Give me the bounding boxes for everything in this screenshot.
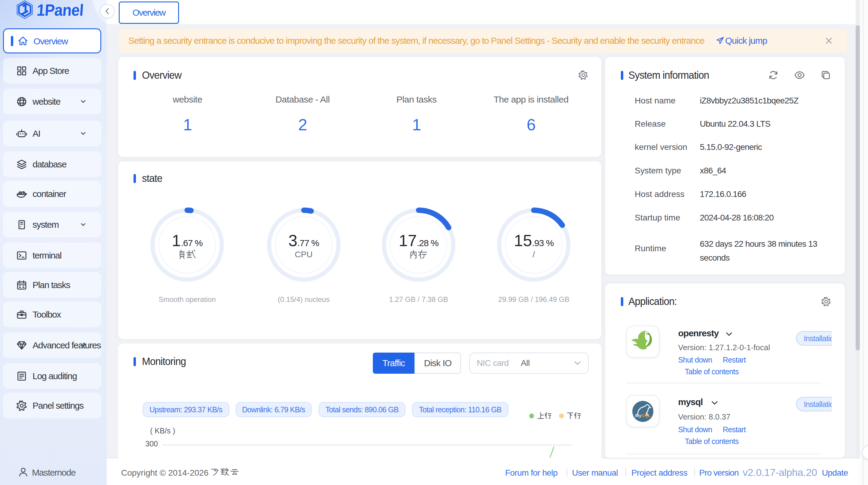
svg-text:MySQL: MySQL — [635, 413, 651, 418]
